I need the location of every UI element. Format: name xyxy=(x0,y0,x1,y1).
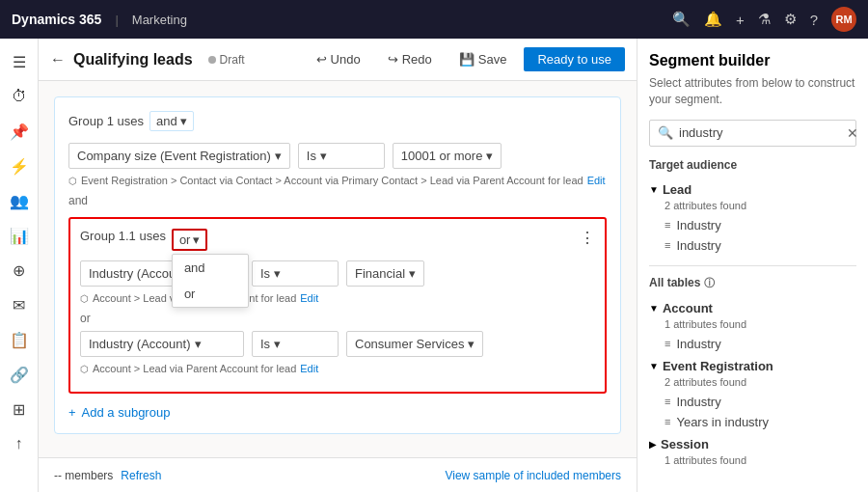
subgroup-1-1: Group 1.1 uses or ▾ and or ⋮ xyxy=(68,217,607,394)
save-icon: 💾 xyxy=(459,52,475,67)
redo-button[interactable]: ↪ Redo xyxy=(378,47,442,71)
and-connector: and xyxy=(68,194,607,207)
breadcrumb3-edit[interactable]: Edit xyxy=(300,363,318,374)
sub-condition1-value-dropdown[interactable]: Financial ▾ xyxy=(346,260,424,287)
tree-group-account-header[interactable]: Account xyxy=(649,298,856,318)
or-connector: or xyxy=(80,312,595,325)
group1-operator-dropdown[interactable]: and ▾ xyxy=(149,111,194,131)
notification-icon[interactable]: 🔔 xyxy=(704,11,722,28)
all-tables-info-icon[interactable]: ⓘ xyxy=(704,277,715,288)
sub-cond2-chevron: ▾ xyxy=(195,337,202,351)
sidebar: ☰ ⏱ 📌 ⚡ 👥 📊 ⊕ ✉ 📋 🔗 ⊞ ↑ xyxy=(0,39,39,492)
settings-icon[interactable]: ⚙ xyxy=(784,11,797,28)
sub-condition2-op-dropdown[interactable]: Is ▾ xyxy=(252,331,339,357)
search-input[interactable] xyxy=(679,125,841,140)
tree-group-event-header[interactable]: Event Registration xyxy=(649,356,856,376)
breadcrumb2-edit[interactable]: Edit xyxy=(300,292,318,304)
sidebar-list-icon[interactable]: 📋 xyxy=(4,324,35,355)
subgroup-operator-value: or xyxy=(179,232,191,247)
sub-condition2-value-dropdown[interactable]: Consumer Services ▾ xyxy=(346,331,483,357)
add-subgroup-plus-icon: + xyxy=(68,405,76,420)
lead-chevron-icon xyxy=(649,184,659,195)
subgroup-header: Group 1.1 uses or ▾ and or ⋮ xyxy=(80,229,595,251)
search-box: 🔍 ✕ xyxy=(649,120,856,147)
sidebar-pin-icon[interactable]: 📌 xyxy=(4,116,35,147)
save-button[interactable]: 💾 Save xyxy=(449,47,517,71)
command-bar: ← Qualifying leads Draft ↩ Undo ↪ Redo 💾… xyxy=(39,39,637,81)
undo-button[interactable]: ↩ Undo xyxy=(307,47,370,71)
subgroup-operator-container: or ▾ and or xyxy=(172,229,208,251)
sidebar-lightning-icon[interactable]: ⚡ xyxy=(4,150,35,181)
subgroup-operator-dropdown[interactable]: or ▾ xyxy=(172,229,208,251)
sub-condition2-row: Industry (Account) ▾ Is ▾ Consumer Servi… xyxy=(80,331,595,357)
add-subgroup-label: Add a subgroup xyxy=(82,405,171,420)
plus-icon[interactable]: + xyxy=(736,12,745,28)
attr-icon-4: ≡ xyxy=(665,396,670,407)
back-button[interactable]: ← xyxy=(50,51,66,68)
condition1-row: Company size (Event Registration) ▾ Is ▾… xyxy=(68,143,607,169)
content-area: Group 1 uses and ▾ Company size (Event R… xyxy=(39,81,637,457)
refresh-button[interactable]: Refresh xyxy=(121,469,161,482)
event-children: ≡ Industry ≡ Years in industry xyxy=(665,392,856,432)
sidebar-grid-icon[interactable]: ⊞ xyxy=(4,394,35,424)
group1-chevron-icon: ▾ xyxy=(180,114,187,128)
filter-icon[interactable]: ⚗ xyxy=(758,11,771,28)
sidebar-add-icon[interactable]: ⊕ xyxy=(4,255,35,286)
dropdown-item-or[interactable]: or xyxy=(173,281,248,307)
account-count: 1 attributes found xyxy=(665,318,856,330)
sub-cond1-val-chevron: ▾ xyxy=(409,266,416,281)
main-content: ← Qualifying leads Draft ↩ Undo ↪ Redo 💾… xyxy=(39,39,637,492)
account-attr-industry[interactable]: ≡ Industry xyxy=(665,334,856,354)
tree-group-lead-header[interactable]: Lead xyxy=(649,179,856,200)
sidebar-home-icon[interactable]: ⏱ xyxy=(4,81,35,112)
group1-header: Group 1 uses and ▾ xyxy=(68,111,607,131)
group1-operator-value: and xyxy=(156,114,177,128)
lead-attr-industry-1[interactable]: ≡ Industry xyxy=(665,215,856,235)
subgroup-more-button[interactable]: ⋮ xyxy=(580,229,595,247)
sidebar-email-icon[interactable]: ✉ xyxy=(4,289,35,320)
help-icon[interactable]: ? xyxy=(810,12,818,28)
avatar[interactable]: RM xyxy=(831,7,856,32)
attr-icon-5: ≡ xyxy=(665,416,670,427)
ready-button[interactable]: Ready to use xyxy=(524,47,625,71)
redo-icon: ↪ xyxy=(388,52,398,67)
tree-group-lead: Lead 2 attributes found ≡ Industry ≡ Ind… xyxy=(649,179,856,256)
sub-cond2-val-chevron: ▾ xyxy=(468,337,475,351)
event-attr-years[interactable]: ≡ Years in industry xyxy=(665,412,856,432)
tree-group-session-header[interactable]: Session xyxy=(649,434,856,454)
panel-title: Segment builder xyxy=(649,52,856,69)
tree-group-session: Session 1 attributes found xyxy=(649,434,856,466)
sidebar-link-icon[interactable]: 🔗 xyxy=(4,359,35,390)
page-title: Qualifying leads xyxy=(73,51,193,68)
sub-condition2-field-dropdown[interactable]: Industry (Account) ▾ xyxy=(80,331,244,357)
lead-attr-industry-2[interactable]: ≡ Industry xyxy=(665,235,856,256)
event-attr-industry[interactable]: ≡ Industry xyxy=(665,392,856,412)
search-icon[interactable]: 🔍 xyxy=(672,11,691,28)
sub-condition1-op-dropdown[interactable]: Is ▾ xyxy=(252,260,339,287)
undo-icon: ↩ xyxy=(316,52,327,67)
attr-icon-2: ≡ xyxy=(665,239,670,251)
sidebar-menu-icon[interactable]: ☰ xyxy=(4,46,35,77)
sidebar-people-icon[interactable]: 👥 xyxy=(4,185,35,216)
breadcrumb1-edit[interactable]: Edit xyxy=(587,175,606,186)
account-chevron-icon xyxy=(649,303,659,314)
operator-dropdown-menu: and or xyxy=(172,254,249,308)
condition1-field-dropdown[interactable]: Company size (Event Registration) ▾ xyxy=(68,143,290,169)
condition1-op-dropdown[interactable]: Is ▾ xyxy=(298,143,385,169)
nav-divider: | xyxy=(115,13,118,27)
view-sample-button[interactable]: View sample of included members xyxy=(445,469,621,482)
condition1-field-chevron: ▾ xyxy=(275,149,282,163)
breadcrumb3-icon: ⬡ xyxy=(80,364,89,374)
search-clear-button[interactable]: ✕ xyxy=(847,125,858,141)
condition1-op-chevron: ▾ xyxy=(320,149,327,163)
add-subgroup-button[interactable]: + Add a subgroup xyxy=(68,405,607,420)
sidebar-chart-icon[interactable]: 📊 xyxy=(4,220,35,251)
event-count: 2 attributes found xyxy=(665,376,856,388)
condition1-value-dropdown[interactable]: 10001 or more ▾ xyxy=(393,143,502,169)
sidebar-up-icon[interactable]: ↑ xyxy=(4,428,35,459)
lead-children: ≡ Industry ≡ Industry xyxy=(665,215,856,256)
dropdown-item-and[interactable]: and xyxy=(173,255,248,281)
sub-cond1-op-chevron: ▾ xyxy=(274,266,281,281)
breadcrumb1: ⬡ Event Registration > Contact via Conta… xyxy=(68,175,607,186)
tree-group-event: Event Registration 2 attributes found ≡ … xyxy=(649,356,856,432)
